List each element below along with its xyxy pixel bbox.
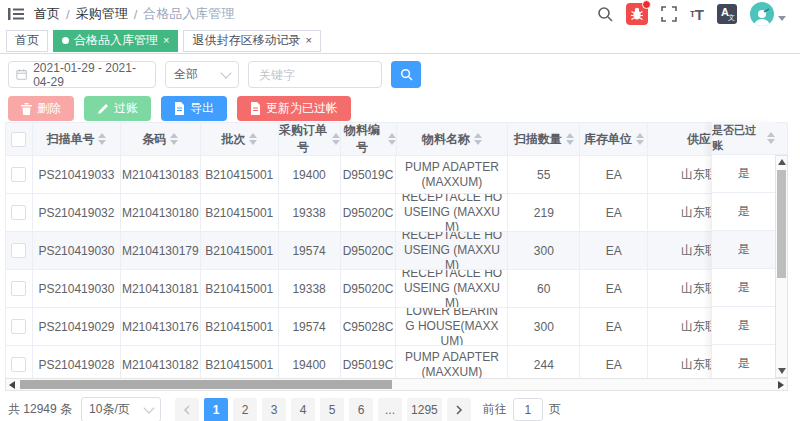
keyword-input[interactable] (257, 67, 373, 83)
delete-label: 删除 (37, 100, 61, 117)
page-button-1[interactable]: 1 (204, 398, 228, 421)
scroll-down-icon[interactable] (778, 368, 786, 374)
sort-icon[interactable] (767, 132, 775, 144)
sort-icon[interactable] (388, 133, 396, 145)
tab-return-sealed-records[interactable]: 退供封存区移动记录 × (183, 30, 320, 52)
cell-po-no: 19338 (279, 270, 341, 308)
update-posted-button[interactable]: 更新为已过帐 (237, 96, 351, 121)
column-header-barcode[interactable]: 条码 (121, 123, 201, 156)
column-label: 扫描数量 (514, 131, 562, 148)
sidebar-toggle-icon[interactable] (8, 7, 24, 21)
page-button-3[interactable]: 3 (262, 398, 286, 421)
goto-label: 前往 (483, 401, 507, 418)
sort-icon[interactable] (170, 133, 178, 145)
cell-barcode: M2104130176 (121, 308, 201, 346)
column-header-unit[interactable]: 库存单位 (580, 123, 648, 156)
page-button-6[interactable]: 6 (349, 398, 373, 421)
vertical-scroll-thumb[interactable] (777, 170, 786, 278)
page-ellipsis[interactable]: ... (378, 398, 402, 421)
page-size-value: 10条/页 (89, 401, 130, 418)
sort-icon[interactable] (474, 133, 482, 145)
row-checkbox[interactable] (11, 243, 26, 258)
close-icon[interactable]: × (163, 35, 169, 46)
data-table: 扫描单号 条码 批次 采购订单号 物料编号 物料名称 扫描数量 库存单位 供应商… (5, 122, 788, 392)
search-icon (400, 68, 413, 81)
table-row[interactable]: PS210419030M2104130179B21041500119574D95… (6, 232, 775, 270)
column-label: 物料编号 (341, 123, 384, 156)
table-row[interactable]: PS210419030M2104130181B21041500119338D95… (6, 270, 775, 308)
breadcrumb-home[interactable]: 首页 (34, 5, 60, 23)
prev-page-button[interactable] (175, 398, 199, 421)
column-header-po-no[interactable]: 采购订单号 (279, 123, 341, 156)
cell-scan-no: PS210419030 (33, 232, 121, 270)
vertical-scrollbar[interactable] (775, 155, 788, 378)
page-button-2[interactable]: 2 (233, 398, 257, 421)
goto-page-input[interactable] (513, 398, 543, 421)
font-size-icon[interactable]: тT (690, 7, 704, 22)
avatar[interactable] (750, 2, 774, 26)
bug-report-icon[interactable] (626, 3, 648, 25)
column-header-scan-qty[interactable]: 扫描数量 (508, 123, 580, 156)
close-icon[interactable]: × (305, 35, 311, 46)
sort-icon[interactable] (98, 133, 106, 145)
sort-icon[interactable] (332, 133, 340, 145)
post-button[interactable]: 过账 (84, 96, 151, 121)
cell-po-no: 19574 (279, 232, 341, 270)
search-icon[interactable] (597, 6, 613, 22)
table-row[interactable]: PS210419028M2104130182B21041500119400D95… (6, 346, 775, 379)
table-row[interactable]: PS210419033M2104130183B21041500119400D95… (6, 156, 775, 194)
table-row[interactable]: PS210419032M2104130180B21041500119338D95… (6, 194, 775, 232)
date-range-picker[interactable]: 2021-01-29 - 2021-04-29 (8, 61, 156, 88)
column-header-material-code[interactable]: 物料编号 (341, 123, 397, 156)
row-checkbox[interactable] (11, 319, 26, 334)
column-header-posted[interactable]: 是否已过账 (712, 122, 775, 155)
fullscreen-icon[interactable] (661, 6, 677, 22)
table-row[interactable]: PS210419029M2104130176B21041500119574C95… (6, 308, 775, 346)
next-page-button[interactable] (447, 398, 471, 421)
horizontal-scrollbar[interactable] (5, 378, 788, 391)
cell-po-no: 19574 (279, 308, 341, 346)
page-button-5[interactable]: 5 (320, 398, 344, 421)
cell-material-code: D95020C (341, 270, 397, 308)
row-checkbox[interactable] (11, 281, 26, 296)
search-button[interactable] (391, 61, 421, 88)
user-menu[interactable] (750, 2, 786, 26)
scroll-right-icon[interactable] (778, 381, 784, 389)
tab-home[interactable]: 首页 (6, 30, 48, 52)
breadcrumb-purchase[interactable]: 采购管理 (76, 5, 128, 23)
column-header-batch[interactable]: 批次 (201, 123, 279, 156)
cell-unit: EA (580, 194, 648, 232)
column-header-material-name[interactable]: 物料名称 (397, 123, 509, 156)
column-header-scan-no[interactable]: 扫描单号 (33, 123, 121, 156)
cell-batch: B210415001 (201, 308, 279, 346)
page-button-4[interactable]: 4 (291, 398, 315, 421)
delete-button[interactable]: 删除 (8, 96, 74, 121)
horizontal-scroll-thumb[interactable] (20, 380, 392, 389)
scroll-left-icon[interactable] (9, 381, 15, 389)
cell-unit: EA (580, 270, 648, 308)
language-icon[interactable]: A 文 (717, 4, 737, 24)
row-checkbox-cell (6, 270, 33, 308)
cell-scan-qty: 244 (508, 346, 580, 379)
sort-icon[interactable] (249, 133, 257, 145)
cell-posted: 是 (712, 307, 775, 345)
row-checkbox[interactable] (11, 205, 26, 220)
sort-icon[interactable] (636, 133, 644, 145)
sort-icon[interactable] (566, 133, 574, 145)
chevron-down-icon (143, 402, 154, 413)
type-select[interactable]: 全部 (165, 61, 239, 88)
page-button-1295[interactable]: 1295 (407, 398, 442, 421)
row-checkbox[interactable] (11, 167, 26, 182)
column-label: 条码 (142, 131, 166, 148)
cell-po-no: 19400 (279, 346, 341, 379)
export-button[interactable]: 导出 (161, 96, 227, 121)
select-all-checkbox[interactable] (11, 132, 26, 147)
cell-scan-qty: 300 (508, 308, 580, 346)
cell-material-name: LOWER BEARING HOUSE(MAXXUM) (396, 308, 508, 346)
tab-qualified-inbound[interactable]: 合格品入库管理 × (53, 30, 178, 52)
cell-batch: B210415001 (201, 270, 279, 308)
trash-icon (21, 103, 32, 115)
page-size-select[interactable]: 10条/页 (81, 397, 161, 421)
row-checkbox[interactable] (11, 357, 26, 372)
scroll-up-icon[interactable] (778, 159, 786, 165)
